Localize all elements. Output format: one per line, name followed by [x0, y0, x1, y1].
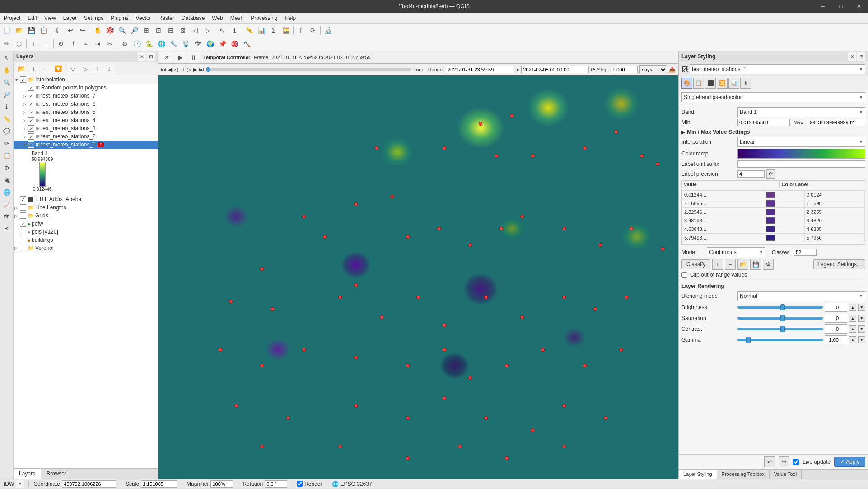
save-class-btn[interactable]: 💾	[750, 259, 761, 270]
table-row[interactable]: 1.16895... 1.1690	[682, 199, 865, 208]
classify-btn[interactable]: Classify	[681, 259, 710, 269]
layer-item-buildings[interactable]: ■ buildings	[14, 236, 158, 244]
layer-checkbox[interactable]	[20, 245, 26, 251]
temporal-play-btn[interactable]: ▶	[174, 52, 186, 63]
zoom-next-btn[interactable]: ▷	[201, 25, 213, 36]
contrast-down-btn[interactable]: ▼	[858, 325, 865, 333]
menu-settings[interactable]: Settings	[80, 13, 107, 24]
blending-select[interactable]: Normal	[737, 291, 865, 301]
plugin8-btn[interactable]: 🔨	[241, 38, 252, 49]
layer-item-pofw[interactable]: ● pofw	[14, 220, 158, 228]
vtb-identify[interactable]: ℹ	[1, 101, 13, 113]
brightness-down-btn[interactable]: ▼	[858, 304, 865, 311]
plugin7-btn[interactable]: 🎯	[229, 38, 240, 49]
layer-checkbox[interactable]	[20, 196, 26, 202]
calc-btn[interactable]: 🧮	[280, 25, 292, 36]
vtb-profile[interactable]: 📈	[1, 198, 13, 210]
temporal-slider[interactable]	[206, 68, 411, 71]
offset-btn[interactable]: ⇥	[92, 38, 103, 49]
reshape-btn[interactable]: ⌁	[79, 38, 91, 49]
cell-color[interactable]	[764, 199, 804, 208]
vtb-annotation[interactable]: 💬	[1, 125, 13, 137]
style-mask-btn[interactable]: ⬛	[705, 78, 716, 89]
add-node-btn[interactable]: +	[28, 38, 40, 49]
cell-color[interactable]	[764, 216, 804, 225]
contrast-slider[interactable]	[737, 328, 823, 330]
vtb-digitize[interactable]: ✏	[1, 137, 13, 149]
layer-item-test3[interactable]: ▷ ⊞ test_meteo_stations_3	[14, 124, 158, 132]
close-btn[interactable]: ✕	[850, 0, 868, 13]
min-input[interactable]	[737, 119, 790, 126]
style-layer-btn[interactable]: 📋	[693, 78, 704, 89]
gamma-down-btn[interactable]: ▼	[858, 336, 865, 343]
label-precision-input[interactable]	[737, 170, 765, 178]
color-ramp-selector[interactable]	[737, 149, 865, 159]
plugin1-btn[interactable]: 🌐	[155, 38, 167, 49]
layer-checkbox[interactable]	[28, 141, 34, 148]
range-from-input[interactable]	[446, 66, 513, 73]
layer-checkbox[interactable]	[20, 76, 26, 83]
layer-checkbox[interactable]	[28, 125, 34, 132]
contrast-up-btn[interactable]: ▲	[849, 325, 856, 333]
print-btn[interactable]: 🖨	[50, 25, 61, 36]
layer-item-eth[interactable]: ⬛ ETH_Addis_Abeba	[14, 195, 158, 203]
plugin6-btn[interactable]: 📌	[216, 38, 228, 49]
layer-up-btn[interactable]: ↑	[91, 63, 103, 74]
vtb-3d[interactable]: 🗺	[1, 211, 13, 222]
layer-item-test7[interactable]: ▷ ⊞ test_meteo_stations_7	[14, 92, 158, 100]
zoom-layer-btn[interactable]: ⊟	[165, 25, 177, 36]
plugin2-btn[interactable]: 🔧	[168, 38, 179, 49]
plugin3-btn[interactable]: 📡	[180, 38, 191, 49]
tc-back-btn[interactable]: ◁	[174, 66, 178, 73]
vtb-select[interactable]: ↖	[1, 52, 13, 64]
style-blend-btn[interactable]: 🔀	[717, 78, 728, 89]
pan-btn[interactable]: ✋	[92, 25, 103, 36]
max-input[interactable]	[807, 119, 865, 126]
add-class-btn[interactable]: +	[712, 259, 723, 270]
vtb-plugin[interactable]: 🔌	[1, 174, 13, 186]
minmax-settings-toggle[interactable]: ▶ Min / Max Value Settings	[681, 129, 865, 135]
temporal-close-btn[interactable]: ✕	[161, 52, 173, 63]
tab-value-tool[interactable]: Value Tool	[770, 470, 802, 479]
vtb-zoom-out[interactable]: 🔎	[1, 89, 13, 100]
vtb-measure[interactable]: 📏	[1, 113, 13, 125]
layer-checkbox[interactable]	[20, 229, 26, 235]
layer-checkbox[interactable]	[28, 101, 34, 107]
scale-input[interactable]	[141, 480, 177, 488]
split-btn[interactable]: ✂	[104, 38, 116, 49]
refresh-btn[interactable]: ⟳	[307, 25, 319, 36]
redo-btn[interactable]: ↪	[77, 25, 89, 36]
redo-style-btn[interactable]: ↪	[779, 456, 789, 467]
tc-forward-btn[interactable]: ▷	[187, 66, 191, 73]
tab-browser[interactable]: Browser	[41, 469, 72, 479]
text-ann-btn[interactable]: T	[295, 25, 307, 36]
style-color-btn[interactable]: 🎨	[681, 78, 692, 89]
stats-btn[interactable]: Σ	[268, 25, 280, 36]
map-canvas[interactable]	[158, 75, 678, 479]
temporal-pause-btn[interactable]: ⏸	[188, 52, 200, 63]
clear-source-btn[interactable]: ✕	[16, 480, 24, 488]
layer-checkbox[interactable]	[20, 221, 26, 227]
coordinate-input[interactable]	[62, 480, 116, 488]
table-row[interactable]: 5.79498... 5.7950	[682, 234, 865, 242]
tc-last-btn[interactable]: ⏭	[199, 66, 204, 73]
menu-edit[interactable]: Edit	[24, 13, 41, 24]
layer-item-linelengths[interactable]: ▷ 📁 Line Lengths	[14, 203, 158, 212]
zoom-out-btn[interactable]: 🔎	[128, 25, 140, 36]
render-checkbox[interactable]	[297, 481, 303, 487]
cell-color[interactable]	[764, 191, 804, 199]
node-btn[interactable]: ⬡	[13, 38, 25, 49]
menu-raster[interactable]: Raster	[155, 13, 178, 24]
brightness-slider[interactable]	[737, 306, 823, 309]
advanced-digit-btn[interactable]: ⚙	[119, 38, 131, 49]
del-class-btn[interactable]: −	[725, 259, 736, 270]
layer-checkbox[interactable]	[28, 109, 34, 115]
zoom-in-btn[interactable]: 🔍	[116, 25, 128, 36]
vtb-preview[interactable]: 👁	[1, 223, 13, 235]
tc-pause2-btn[interactable]: ⏸	[180, 66, 185, 73]
measure-btn[interactable]: 📏	[243, 25, 255, 36]
clip-checkbox[interactable]	[681, 272, 687, 278]
legend-settings-btn[interactable]: Legend Settings...	[813, 259, 865, 269]
gamma-up-btn[interactable]: ▲	[849, 336, 856, 343]
step-input[interactable]	[611, 66, 638, 73]
